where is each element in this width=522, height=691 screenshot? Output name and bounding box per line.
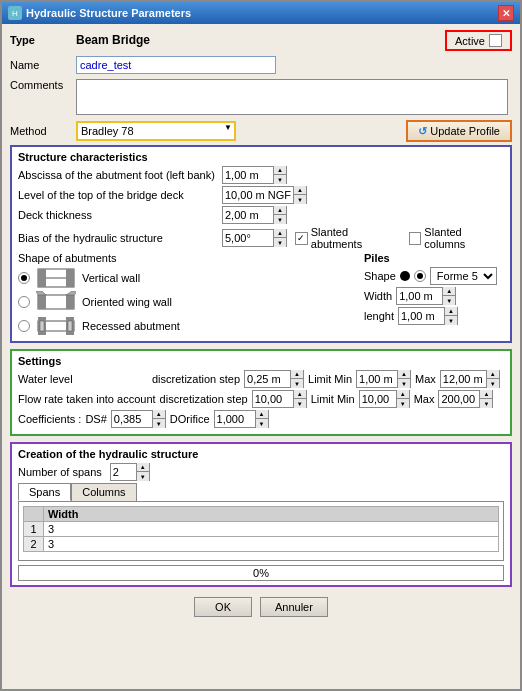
piles-width-row: Width ▲ ▼ — [364, 287, 504, 305]
dorifice-input[interactable]: ▲ ▼ — [214, 410, 269, 428]
oriented-wing-icon — [36, 291, 76, 313]
creation-title: Creation of the hydraulic structure — [18, 448, 504, 460]
structure-title: Structure characteristics — [18, 151, 504, 163]
row-val-1[interactable]: 3 — [44, 522, 499, 537]
disc-step-label-flow: discretization step — [160, 393, 248, 405]
ds-down[interactable]: ▼ — [153, 419, 165, 428]
radio-recessed[interactable] — [18, 320, 30, 332]
flow-max-up[interactable]: ▲ — [480, 390, 492, 399]
dorifice-value[interactable] — [215, 411, 255, 427]
piles-width-value[interactable] — [397, 288, 442, 304]
deck-thickness-up[interactable]: ▲ — [274, 206, 286, 215]
spans-table: Width 1 3 2 3 — [23, 506, 499, 552]
row-num-2: 2 — [24, 537, 44, 552]
num-spans-up[interactable]: ▲ — [137, 463, 149, 472]
num-spans-input[interactable]: ▲ ▼ — [110, 463, 150, 481]
radio-oriented-wing[interactable] — [18, 296, 30, 308]
limit-min-label-water: Limit Min — [308, 373, 352, 385]
ds-input[interactable]: ▲ ▼ — [111, 410, 166, 428]
flow-limit-min-input[interactable]: ▲ ▼ — [359, 390, 410, 408]
water-lmin-up[interactable]: ▲ — [398, 370, 410, 379]
limit-min-label-flow: Limit Min — [311, 393, 355, 405]
flow-limit-min-value[interactable] — [360, 391, 396, 407]
method-label: Method — [10, 125, 70, 137]
recessed-label: Recessed abutment — [82, 320, 180, 332]
piles-shape-radio[interactable] — [414, 270, 426, 282]
piles-length-up[interactable]: ▲ — [445, 307, 457, 316]
water-max-down[interactable]: ▼ — [487, 379, 499, 388]
deck-thickness-input[interactable]: ▲ ▼ — [222, 206, 287, 224]
water-disc-down[interactable]: ▼ — [291, 379, 303, 388]
flow-disc-down[interactable]: ▼ — [294, 399, 306, 408]
top-bridge-down[interactable]: ▼ — [294, 195, 306, 204]
water-max-up[interactable]: ▲ — [487, 370, 499, 379]
flow-lmin-down[interactable]: ▼ — [397, 399, 409, 408]
piles-length-value[interactable] — [399, 308, 444, 324]
bias-down[interactable]: ▼ — [274, 238, 286, 247]
radio-vertical-wall[interactable] — [18, 272, 30, 284]
dorifice-up[interactable]: ▲ — [256, 410, 268, 419]
cancel-button[interactable]: Annuler — [260, 597, 328, 617]
ds-up[interactable]: ▲ — [153, 410, 165, 419]
vertical-wall-icon — [36, 267, 76, 289]
deck-thickness-down[interactable]: ▼ — [274, 215, 286, 224]
active-checkbox[interactable] — [489, 34, 502, 47]
num-spans-value[interactable] — [111, 464, 136, 480]
ds-value[interactable] — [112, 411, 152, 427]
piles-length-down[interactable]: ▼ — [445, 316, 457, 325]
water-lmin-down[interactable]: ▼ — [398, 379, 410, 388]
top-bridge-up[interactable]: ▲ — [294, 186, 306, 195]
water-disc-input[interactable]: ▲ ▼ — [244, 370, 304, 388]
svg-rect-13 — [68, 321, 72, 331]
flow-max-down[interactable]: ▼ — [480, 399, 492, 408]
bias-up[interactable]: ▲ — [274, 229, 286, 238]
top-bridge-value[interactable] — [223, 187, 293, 203]
piles-length-label: lenght — [364, 310, 394, 322]
max-label-water: Max — [415, 373, 436, 385]
flow-max-value[interactable] — [439, 391, 479, 407]
row-val-2[interactable]: 3 — [44, 537, 499, 552]
update-profile-button[interactable]: ↺ Update Profile — [406, 120, 512, 142]
abscissa-input[interactable]: ▲ ▼ — [222, 166, 287, 184]
comments-textarea[interactable] — [76, 79, 508, 115]
piles-length-input[interactable]: ▲ ▼ — [398, 307, 458, 325]
tab-spans[interactable]: Spans — [18, 483, 71, 501]
top-bridge-input[interactable]: ▲ ▼ — [222, 186, 307, 204]
dorifice-down[interactable]: ▼ — [256, 419, 268, 428]
slanted-columns-checkbox[interactable] — [409, 232, 422, 245]
bias-value[interactable] — [223, 230, 273, 246]
name-input[interactable] — [76, 56, 276, 74]
flow-lmin-up[interactable]: ▲ — [397, 390, 409, 399]
slanted-abutments-checkbox[interactable] — [295, 232, 308, 245]
flow-disc-value[interactable] — [253, 391, 293, 407]
piles-width-input[interactable]: ▲ ▼ — [396, 287, 456, 305]
ok-button[interactable]: OK — [194, 597, 252, 617]
water-level-row: Water level discretization step ▲ ▼ Limi… — [18, 370, 504, 388]
water-max-input[interactable]: ▲ ▼ — [440, 370, 500, 388]
water-limit-min-value[interactable] — [357, 371, 397, 387]
tab-columns[interactable]: Columns — [71, 483, 136, 501]
tabs-row: Spans Columns — [18, 483, 504, 501]
piles-shape-select[interactable]: Forme 5 — [430, 267, 497, 285]
abscissa-down[interactable]: ▼ — [274, 175, 286, 184]
num-spans-down[interactable]: ▼ — [137, 472, 149, 481]
bias-input[interactable]: ▲ ▼ — [222, 229, 287, 247]
close-button[interactable]: ✕ — [498, 5, 514, 21]
method-select[interactable]: Bradley 78 — [76, 121, 236, 141]
flow-disc-up[interactable]: ▲ — [294, 390, 306, 399]
water-disc-value[interactable] — [245, 371, 290, 387]
creation-section: Creation of the hydraulic structure Numb… — [10, 442, 512, 587]
svg-rect-12 — [40, 321, 44, 331]
flow-disc-input[interactable]: ▲ ▼ — [252, 390, 307, 408]
water-max-value[interactable] — [441, 371, 486, 387]
deck-thickness-value[interactable] — [223, 207, 273, 223]
flow-max-input[interactable]: ▲ ▼ — [438, 390, 493, 408]
abscissa-value[interactable] — [223, 167, 273, 183]
comments-label: Comments — [10, 79, 70, 91]
piles-width-up[interactable]: ▲ — [443, 287, 455, 296]
abscissa-up[interactable]: ▲ — [274, 166, 286, 175]
num-spans-row: Number of spans ▲ ▼ — [18, 463, 504, 481]
piles-width-down[interactable]: ▼ — [443, 296, 455, 305]
water-limit-min-input[interactable]: ▲ ▼ — [356, 370, 411, 388]
water-disc-up[interactable]: ▲ — [291, 370, 303, 379]
